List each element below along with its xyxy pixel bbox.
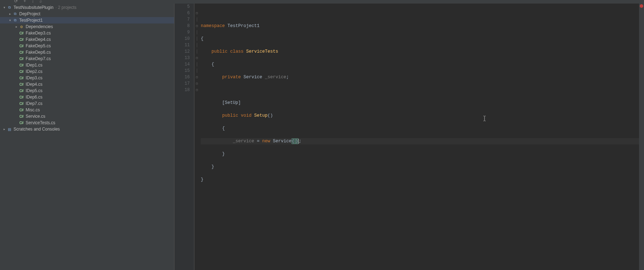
- file-label: Service.cs: [26, 114, 45, 119]
- project-node-dep[interactable]: ▸ ⧉ DepProject: [0, 11, 174, 17]
- scratches-node[interactable]: ▸ ▤ Scratches and Consoles: [0, 126, 174, 132]
- csharp-file-icon: C#: [19, 51, 24, 54]
- down-icon[interactable]: ↓: [32, 0, 34, 4]
- project-node-test[interactable]: ▾ ⧉ TestProject1: [0, 17, 174, 23]
- line-number[interactable]: 16: [174, 74, 190, 80]
- file-node[interactable]: C#IDep1.cs: [0, 62, 174, 68]
- file-node[interactable]: C#ServiceTests.cs: [0, 120, 174, 126]
- line-number[interactable]: 7: [174, 16, 190, 23]
- code-line[interactable]: {: [201, 36, 639, 42]
- error-stripe[interactable]: [639, 4, 644, 270]
- file-node[interactable]: C#IDep2.cs: [0, 68, 174, 75]
- file-label: IDep2.cs: [26, 69, 42, 74]
- line-number[interactable]: 6: [174, 10, 190, 16]
- csharp-file-icon: C#: [19, 70, 24, 74]
- code-line[interactable]: [SetUp]: [201, 100, 639, 106]
- chevron-right-icon[interactable]: ▸: [2, 127, 6, 131]
- code-editor[interactable]: 5 6 7 8 9 10 11 12 13 14 15 16 17 18 ⊟│⊟…: [174, 4, 644, 270]
- line-number[interactable]: 17: [174, 80, 190, 87]
- chevron-right-icon[interactable]: ▸: [8, 12, 12, 16]
- csharp-file-icon: C#: [19, 95, 24, 99]
- line-number[interactable]: 12: [174, 48, 190, 55]
- fold-strip[interactable]: ⊟│⊟││││⊟││⊟⊟⊟: [194, 4, 199, 270]
- csharp-file-icon: C#: [19, 89, 24, 93]
- csharp-file-icon: C#: [19, 44, 24, 48]
- file-node[interactable]: C#IDep7.cs: [0, 100, 174, 107]
- search-icon[interactable]: ⌕: [40, 0, 42, 4]
- csharp-file-icon: C#: [19, 108, 24, 112]
- file-label: IDep6.cs: [26, 95, 42, 100]
- file-label: IDep5.cs: [26, 88, 42, 93]
- line-number[interactable]: 5: [174, 4, 190, 10]
- csharp-file-icon: C#: [19, 121, 24, 125]
- file-label: FakeDep5.cs: [26, 43, 51, 48]
- code-line[interactable]: {: [201, 61, 639, 68]
- line-number[interactable]: 18: [174, 87, 190, 93]
- main-area: ▾ ⧉ TestNsubsitutePlugin · 2 projects ▸ …: [0, 4, 644, 270]
- line-number[interactable]: 14: [174, 61, 190, 68]
- file-node[interactable]: C#Service.cs: [0, 113, 174, 120]
- csharp-file-icon: C#: [19, 57, 24, 61]
- chevron-down-icon[interactable]: ▾: [2, 6, 6, 9]
- file-node[interactable]: C#FakeDep4.cs: [0, 36, 174, 43]
- code-line[interactable]: }: [201, 164, 639, 170]
- line-number[interactable]: 15: [174, 68, 190, 74]
- plus-icon[interactable]: +: [23, 0, 26, 4]
- error-indicator-icon[interactable]: [640, 4, 643, 8]
- code-line[interactable]: namespace TestProject1: [201, 23, 639, 29]
- solution-hint: · 2 projects: [56, 5, 77, 10]
- file-node[interactable]: C#IDep5.cs: [0, 88, 174, 94]
- file-node[interactable]: C#IDep4.cs: [0, 81, 174, 88]
- solution-node[interactable]: ▾ ⧉ TestNsubsitutePlugin · 2 projects: [0, 4, 174, 11]
- file-label: IDep1.cs: [26, 63, 42, 68]
- csharp-file-icon: C#: [19, 31, 24, 35]
- file-node[interactable]: C#IDep6.cs: [0, 94, 174, 100]
- file-label: Misc.cs: [26, 107, 40, 112]
- file-label: IDep4.cs: [26, 82, 42, 87]
- file-node[interactable]: C#IDep3.cs: [0, 75, 174, 81]
- line-number[interactable]: 10: [174, 36, 190, 42]
- file-label: FakeDep6.cs: [26, 50, 51, 55]
- scratches-icon: ▤: [6, 127, 12, 131]
- file-label: ServiceTests.cs: [26, 120, 55, 125]
- file-node[interactable]: C#FakeDep3.cs: [0, 30, 174, 36]
- project-label: DepProject: [19, 11, 40, 16]
- dependencies-icon: ⚙: [19, 25, 24, 29]
- file-label: IDep7.cs: [26, 101, 42, 106]
- project-explorer[interactable]: ▾ ⧉ TestNsubsitutePlugin · 2 projects ▸ …: [0, 4, 174, 270]
- solution-icon: ⧉: [6, 5, 12, 10]
- code-line[interactable]: }: [201, 151, 639, 157]
- code-line[interactable]: [201, 10, 639, 16]
- sync-icon[interactable]: ⟳: [14, 0, 18, 4]
- code-line[interactable]: }: [201, 176, 639, 183]
- code-line[interactable]: public void Setup(): [201, 112, 639, 119]
- project-label: TestProject1: [19, 18, 43, 23]
- code-line[interactable]: public class ServiceTests: [201, 48, 639, 55]
- csharp-file-icon: C#: [19, 38, 24, 42]
- scratches-label: Scratches and Consoles: [14, 127, 60, 132]
- dependencies-node[interactable]: ▸ ⚙ Dependencies: [0, 23, 174, 30]
- file-node[interactable]: C#FakeDep5.cs: [0, 43, 174, 49]
- chevron-down-icon[interactable]: ▾: [8, 18, 12, 22]
- project-icon: ⧉: [12, 12, 18, 16]
- line-number[interactable]: 11: [174, 42, 190, 48]
- chevron-right-icon[interactable]: ▸: [14, 25, 19, 28]
- line-number[interactable]: 8: [174, 23, 190, 29]
- file-node[interactable]: C#Misc.cs: [0, 107, 174, 113]
- csharp-file-icon: C#: [19, 102, 24, 106]
- file-label: IDep3.cs: [26, 75, 42, 80]
- file-node[interactable]: C#FakeDep7.cs: [0, 55, 174, 62]
- line-number[interactable]: 9: [174, 29, 190, 36]
- code-line-current[interactable]: _service = new Service();: [201, 138, 639, 144]
- file-node[interactable]: C#FakeDep6.cs: [0, 49, 174, 55]
- file-label: FakeDep4.cs: [26, 37, 51, 42]
- line-number[interactable]: 13: [174, 55, 190, 61]
- code-area[interactable]: namespace TestProject1 { public class Se…: [199, 4, 639, 270]
- project-toolbar: ⟳ + ↓ ⌕: [0, 0, 644, 4]
- code-line[interactable]: [201, 87, 639, 93]
- code-line[interactable]: private Service _service;: [201, 74, 639, 80]
- csharp-file-icon: C#: [19, 83, 24, 86]
- solution-label: TestNsubsitutePlugin: [14, 5, 53, 10]
- code-line[interactable]: {: [201, 125, 639, 132]
- line-gutter[interactable]: 5 6 7 8 9 10 11 12 13 14 15 16 17 18: [174, 4, 194, 270]
